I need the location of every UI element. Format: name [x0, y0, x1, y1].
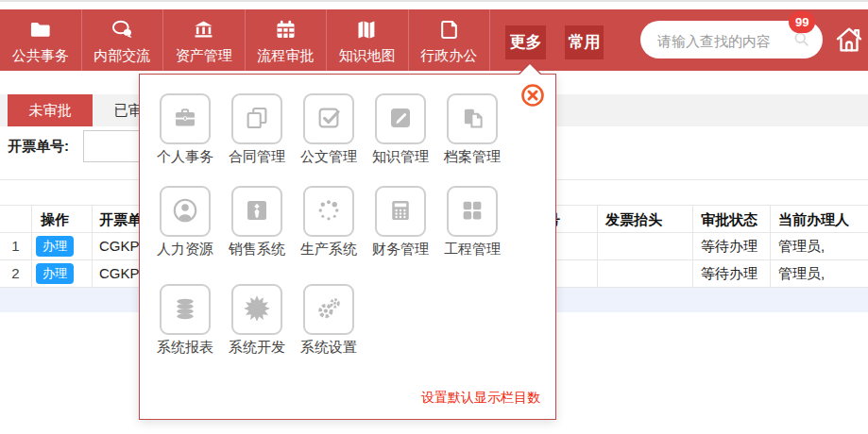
row-index: 1 — [0, 238, 31, 254]
app-tile-label[interactable]: 销售系统 — [221, 241, 293, 259]
grid-icon — [458, 196, 486, 227]
calculator-icon — [386, 196, 415, 227]
app-window: 公共事务 内部交流 资产管理 流程审批 知识地图 — [0, 0, 868, 434]
pencil-icon — [386, 104, 415, 135]
map-icon — [354, 16, 380, 44]
app-tile-document-management[interactable] — [303, 93, 354, 144]
handle-button[interactable]: 办理 — [36, 263, 74, 284]
bank-icon — [191, 16, 216, 44]
gears-icon — [315, 294, 343, 326]
app-tile-system-reports[interactable] — [160, 284, 211, 335]
nav-item-asset-management[interactable]: 资产管理 — [163, 9, 246, 71]
nav-item-admin-office[interactable]: 行政办公 — [409, 9, 491, 71]
cell-handler: 管理员, — [778, 265, 825, 283]
tie-icon — [243, 196, 271, 227]
cell-status: 等待办理 — [701, 265, 757, 283]
app-tile-personal-affairs[interactable] — [160, 93, 211, 144]
app-tile-label[interactable]: 档案管理 — [436, 148, 508, 166]
column-header-approval-status: 审批状态 — [701, 211, 757, 229]
nav-item-public-affairs[interactable]: 公共事务 — [0, 9, 82, 71]
app-tile-archive-management[interactable] — [447, 93, 498, 144]
invoice-no-label: 开票单号: — [8, 138, 69, 156]
cell-status: 等待办理 — [701, 238, 757, 256]
app-tile-system-settings[interactable] — [303, 284, 354, 335]
set-default-columns-link[interactable]: 设置默认显示栏目数 — [421, 390, 540, 407]
app-tile-label[interactable]: 系统设置 — [293, 339, 365, 357]
app-tile-system-development[interactable] — [231, 284, 282, 335]
app-tile-label[interactable]: 系统报表 — [149, 339, 221, 357]
nav-item-internal-exchange[interactable]: 内部交流 — [82, 9, 164, 71]
more-apps-popup: 个人事务 合同管理 公文管理 知识管理 档案管理 人力资源 销售系统 生产系统 … — [139, 74, 556, 420]
nav-label: 行政办公 — [420, 47, 477, 65]
popup-arrow-inner — [519, 64, 540, 75]
app-tile-label[interactable]: 系统开发 — [221, 339, 293, 357]
tab-unapproved[interactable]: 未审批 — [8, 94, 93, 126]
nav-item-process-approval[interactable]: 流程审批 — [246, 9, 328, 71]
nav-label: 公共事务 — [12, 47, 69, 65]
checkbox-icon — [315, 104, 343, 135]
handle-button[interactable]: 办理 — [36, 236, 74, 257]
database-icon — [171, 294, 199, 326]
nav-item-knowledge-map[interactable]: 知识地图 — [327, 9, 409, 71]
nav-label: 内部交流 — [94, 47, 150, 65]
column-header-operation: 操作 — [41, 211, 69, 229]
app-tile-label[interactable]: 个人事务 — [149, 148, 221, 166]
spinner-icon — [315, 196, 343, 227]
folder-icon — [27, 16, 53, 44]
favorites-button[interactable]: 常用 — [565, 25, 604, 59]
app-tile-knowledge-management[interactable] — [375, 93, 426, 144]
notification-badge[interactable]: 99 — [789, 11, 815, 33]
calendar-icon — [273, 16, 298, 44]
chat-icon — [110, 16, 135, 44]
app-tile-label[interactable]: 知识管理 — [365, 148, 436, 166]
row-index: 2 — [0, 265, 31, 281]
app-tile-label[interactable]: 公文管理 — [293, 148, 365, 166]
column-divider — [92, 205, 93, 288]
cell-handler: 管理员, — [778, 238, 825, 256]
nav-label: 知识地图 — [339, 47, 396, 65]
app-tile-label[interactable]: 人力资源 — [149, 241, 221, 259]
document-icon — [436, 16, 462, 44]
column-divider — [692, 205, 693, 288]
app-tile-contract-management[interactable] — [231, 93, 282, 144]
close-icon[interactable] — [519, 82, 546, 108]
search-input[interactable] — [655, 21, 782, 60]
column-divider — [770, 205, 771, 288]
copy-icon — [243, 104, 271, 135]
app-tile-production-system[interactable] — [303, 186, 354, 237]
burst-icon — [243, 294, 271, 326]
column-header-invoice-title: 发票抬头 — [605, 211, 662, 229]
home-icon[interactable] — [833, 24, 865, 56]
app-tile-label[interactable]: 财务管理 — [365, 241, 436, 259]
nav-label: 资产管理 — [176, 47, 232, 65]
app-tile-finance-management[interactable] — [375, 186, 426, 237]
app-tile-human-resources[interactable] — [160, 186, 211, 237]
person-icon — [171, 196, 199, 227]
more-button[interactable]: 更多 — [505, 25, 546, 59]
app-tile-engineering-management[interactable] — [447, 186, 498, 237]
app-tile-label[interactable]: 合同管理 — [221, 148, 293, 166]
archive-icon — [458, 104, 486, 135]
top-strip — [0, 0, 868, 9]
nav-label: 流程审批 — [257, 47, 314, 65]
app-tile-label[interactable]: 工程管理 — [436, 241, 508, 259]
briefcase-icon — [171, 104, 199, 135]
column-divider — [31, 205, 32, 288]
app-tile-label[interactable]: 生产系统 — [293, 241, 365, 259]
app-tile-sales-system[interactable] — [231, 186, 282, 237]
column-divider — [597, 205, 598, 288]
column-header-current-handler: 当前办理人 — [778, 211, 849, 229]
